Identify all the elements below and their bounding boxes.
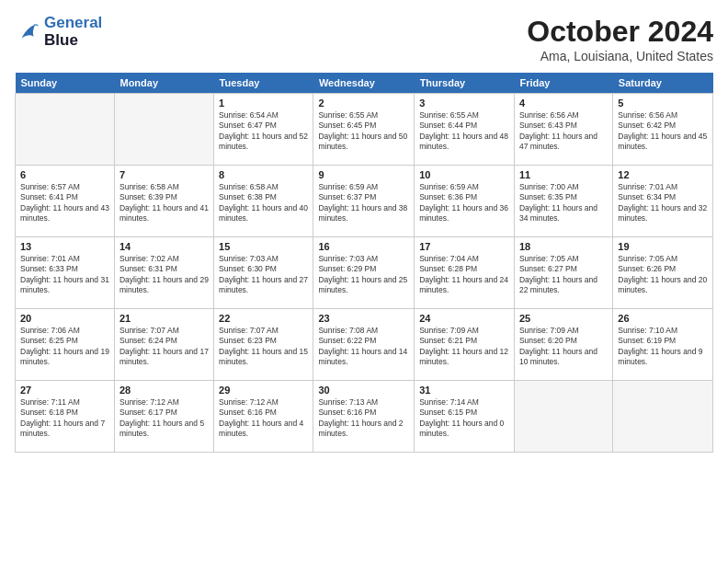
calendar-cell: 10Sunrise: 6:59 AMSunset: 6:36 PMDayligh…	[415, 166, 515, 237]
calendar-cell: 11Sunrise: 7:00 AMSunset: 6:35 PMDayligh…	[514, 166, 612, 237]
day-number: 19	[618, 241, 708, 252]
week-row-2: 6Sunrise: 6:57 AMSunset: 6:41 PMDaylight…	[16, 166, 713, 237]
calendar-cell: 26Sunrise: 7:10 AMSunset: 6:19 PMDayligh…	[613, 309, 713, 381]
day-number: 15	[219, 241, 308, 252]
cell-content: Sunrise: 7:01 AMSunset: 6:34 PMDaylight:…	[618, 182, 708, 224]
day-number: 23	[318, 313, 409, 324]
cell-content: Sunrise: 7:12 AMSunset: 6:17 PMDaylight:…	[119, 397, 209, 440]
cell-content: Sunrise: 7:06 AMSunset: 6:25 PMDaylight:…	[20, 326, 109, 368]
calendar-cell: 14Sunrise: 7:02 AMSunset: 6:31 PMDayligh…	[114, 237, 213, 309]
calendar-cell	[613, 381, 713, 453]
cell-content: Sunrise: 7:02 AMSunset: 6:31 PMDaylight:…	[119, 254, 209, 296]
calendar-cell: 31Sunrise: 7:14 AMSunset: 6:15 PMDayligh…	[415, 381, 515, 453]
cell-content: Sunrise: 7:13 AMSunset: 6:16 PMDaylight:…	[318, 397, 409, 440]
cell-content: Sunrise: 7:07 AMSunset: 6:23 PMDaylight:…	[219, 326, 308, 368]
weekday-header-wednesday: Wednesday	[313, 73, 415, 94]
day-number: 30	[318, 385, 409, 396]
calendar-cell: 22Sunrise: 7:07 AMSunset: 6:23 PMDayligh…	[214, 309, 313, 381]
calendar-cell: 17Sunrise: 7:04 AMSunset: 6:28 PMDayligh…	[415, 237, 515, 309]
cell-content: Sunrise: 6:55 AMSunset: 6:45 PMDaylight:…	[318, 110, 409, 153]
cell-content: Sunrise: 7:07 AMSunset: 6:24 PMDaylight:…	[119, 326, 209, 368]
calendar-cell: 9Sunrise: 6:59 AMSunset: 6:37 PMDaylight…	[313, 166, 415, 237]
day-number: 1	[219, 98, 308, 109]
calendar-cell: 4Sunrise: 6:56 AMSunset: 6:43 PMDaylight…	[514, 94, 612, 166]
calendar-cell: 6Sunrise: 6:57 AMSunset: 6:41 PMDaylight…	[16, 166, 115, 237]
calendar-cell: 1Sunrise: 6:54 AMSunset: 6:47 PMDaylight…	[214, 94, 313, 166]
calendar-cell: 7Sunrise: 6:58 AMSunset: 6:39 PMDaylight…	[114, 166, 213, 237]
cell-content: Sunrise: 7:09 AMSunset: 6:20 PMDaylight:…	[519, 326, 608, 368]
cell-content: Sunrise: 7:14 AMSunset: 6:15 PMDaylight:…	[419, 397, 509, 440]
cell-content: Sunrise: 6:55 AMSunset: 6:44 PMDaylight:…	[419, 110, 509, 153]
calendar-cell: 13Sunrise: 7:01 AMSunset: 6:33 PMDayligh…	[16, 237, 115, 309]
weekday-header-friday: Friday	[514, 73, 612, 94]
cell-content: Sunrise: 6:57 AMSunset: 6:41 PMDaylight:…	[20, 182, 109, 224]
cell-content: Sunrise: 6:54 AMSunset: 6:47 PMDaylight:…	[219, 110, 308, 153]
day-number: 21	[119, 313, 209, 324]
cell-content: Sunrise: 6:56 AMSunset: 6:43 PMDaylight:…	[519, 110, 608, 153]
week-row-3: 13Sunrise: 7:01 AMSunset: 6:33 PMDayligh…	[16, 237, 713, 309]
cell-content: Sunrise: 6:59 AMSunset: 6:37 PMDaylight:…	[318, 182, 409, 224]
calendar-cell	[16, 94, 115, 166]
day-number: 6	[20, 169, 109, 180]
day-number: 17	[419, 241, 509, 252]
day-number: 22	[219, 313, 308, 324]
day-number: 11	[519, 169, 608, 180]
logo-icon	[15, 19, 40, 45]
day-number: 3	[419, 98, 509, 109]
calendar-cell: 27Sunrise: 7:11 AMSunset: 6:18 PMDayligh…	[16, 381, 115, 453]
cell-content: Sunrise: 7:09 AMSunset: 6:21 PMDaylight:…	[419, 326, 509, 368]
week-row-1: 1Sunrise: 6:54 AMSunset: 6:47 PMDaylight…	[16, 94, 713, 166]
day-number: 24	[419, 313, 509, 324]
calendar-cell: 21Sunrise: 7:07 AMSunset: 6:24 PMDayligh…	[114, 309, 213, 381]
day-number: 5	[618, 98, 708, 109]
calendar-cell: 3Sunrise: 6:55 AMSunset: 6:44 PMDaylight…	[415, 94, 515, 166]
calendar-cell: 15Sunrise: 7:03 AMSunset: 6:30 PMDayligh…	[214, 237, 313, 309]
title-section: October 2024 Ama, Louisiana, United Stat…	[527, 15, 713, 63]
cell-content: Sunrise: 7:05 AMSunset: 6:26 PMDaylight:…	[618, 254, 708, 296]
weekday-header-row: SundayMondayTuesdayWednesdayThursdayFrid…	[16, 73, 713, 94]
cell-content: Sunrise: 7:03 AMSunset: 6:30 PMDaylight:…	[219, 254, 308, 296]
calendar-cell: 25Sunrise: 7:09 AMSunset: 6:20 PMDayligh…	[514, 309, 612, 381]
week-row-4: 20Sunrise: 7:06 AMSunset: 6:25 PMDayligh…	[16, 309, 713, 381]
calendar-cell: 2Sunrise: 6:55 AMSunset: 6:45 PMDaylight…	[313, 94, 415, 166]
cell-content: Sunrise: 7:04 AMSunset: 6:28 PMDaylight:…	[419, 254, 509, 296]
day-number: 25	[519, 313, 608, 324]
calendar-cell	[514, 381, 612, 453]
day-number: 9	[318, 169, 409, 180]
calendar-cell: 30Sunrise: 7:13 AMSunset: 6:16 PMDayligh…	[313, 381, 415, 453]
day-number: 20	[20, 313, 109, 324]
calendar-cell: 16Sunrise: 7:03 AMSunset: 6:29 PMDayligh…	[313, 237, 415, 309]
cell-content: Sunrise: 6:58 AMSunset: 6:39 PMDaylight:…	[119, 182, 209, 224]
calendar-cell: 19Sunrise: 7:05 AMSunset: 6:26 PMDayligh…	[613, 237, 713, 309]
cell-content: Sunrise: 7:01 AMSunset: 6:33 PMDaylight:…	[20, 254, 109, 296]
cell-content: Sunrise: 7:12 AMSunset: 6:16 PMDaylight:…	[219, 397, 308, 440]
header: General Blue October 2024 Ama, Louisiana…	[15, 15, 713, 63]
calendar-cell: 24Sunrise: 7:09 AMSunset: 6:21 PMDayligh…	[415, 309, 515, 381]
day-number: 16	[318, 241, 409, 252]
week-row-5: 27Sunrise: 7:11 AMSunset: 6:18 PMDayligh…	[16, 381, 713, 453]
calendar-cell: 23Sunrise: 7:08 AMSunset: 6:22 PMDayligh…	[313, 309, 415, 381]
cell-content: Sunrise: 6:56 AMSunset: 6:42 PMDaylight:…	[618, 110, 708, 153]
day-number: 4	[519, 98, 608, 109]
weekday-header-tuesday: Tuesday	[214, 73, 313, 94]
logo-text: General Blue	[44, 15, 102, 49]
day-number: 28	[119, 385, 209, 396]
cell-content: Sunrise: 6:59 AMSunset: 6:36 PMDaylight:…	[419, 182, 509, 224]
month-title: October 2024	[527, 15, 713, 49]
day-number: 13	[20, 241, 109, 252]
cell-content: Sunrise: 6:58 AMSunset: 6:38 PMDaylight:…	[219, 182, 308, 224]
calendar-cell: 8Sunrise: 6:58 AMSunset: 6:38 PMDaylight…	[214, 166, 313, 237]
cell-content: Sunrise: 7:11 AMSunset: 6:18 PMDaylight:…	[20, 397, 109, 440]
day-number: 31	[419, 385, 509, 396]
day-number: 27	[20, 385, 109, 396]
location: Ama, Louisiana, United States	[527, 49, 713, 63]
cell-content: Sunrise: 7:03 AMSunset: 6:29 PMDaylight:…	[318, 254, 409, 296]
cell-content: Sunrise: 7:00 AMSunset: 6:35 PMDaylight:…	[519, 182, 608, 224]
cell-content: Sunrise: 7:10 AMSunset: 6:19 PMDaylight:…	[618, 326, 708, 368]
calendar-cell: 12Sunrise: 7:01 AMSunset: 6:34 PMDayligh…	[613, 166, 713, 237]
day-number: 26	[618, 313, 708, 324]
calendar-cell: 20Sunrise: 7:06 AMSunset: 6:25 PMDayligh…	[16, 309, 115, 381]
weekday-header-saturday: Saturday	[613, 73, 713, 94]
weekday-header-thursday: Thursday	[415, 73, 515, 94]
day-number: 8	[219, 169, 308, 180]
